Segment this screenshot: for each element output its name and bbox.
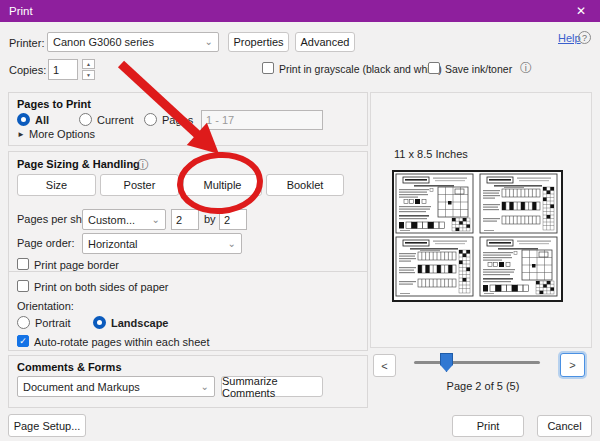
print-preview-thumbnail	[392, 170, 563, 302]
page-range-input[interactable]	[201, 110, 323, 130]
cancel-button[interactable]: Cancel	[537, 415, 592, 437]
pages-all-label: All	[35, 114, 49, 126]
section-divider	[9, 271, 367, 272]
page-order-value: Horizontal	[88, 238, 138, 250]
page-sizing-section: Page Sizing & Handling ⓘ Size Poster Mul…	[8, 151, 368, 351]
preview-size-label: 11 x 8.5 Inches	[394, 148, 468, 160]
next-page-button[interactable]: >	[560, 353, 585, 377]
auto-rotate-checkbox[interactable]: ✓	[17, 335, 29, 347]
landscape-radio[interactable]	[93, 316, 106, 329]
page-order-label: Page order:	[17, 237, 74, 249]
prev-page-button[interactable]: <	[373, 354, 396, 377]
page-border-checkbox[interactable]	[17, 258, 29, 270]
printer-label: Printer:	[9, 37, 44, 49]
portrait-radio[interactable]	[17, 316, 30, 329]
pages-range-label: Pages	[162, 114, 193, 126]
sizing-info-icon: ⓘ	[137, 157, 149, 174]
page-order-select[interactable]: Horizontal ⌄	[82, 233, 242, 254]
comments-forms-select[interactable]: Document and Markups ⌄	[17, 376, 215, 397]
pages-per-sheet-value: Custom...	[88, 214, 135, 226]
page-setup-button[interactable]: Page Setup...	[8, 414, 86, 437]
more-options-toggle[interactable]: More Options	[29, 128, 95, 140]
both-sides-checkbox[interactable]	[17, 280, 29, 292]
pages-all-radio[interactable]	[17, 113, 30, 126]
chevron-down-icon: ⌄	[152, 215, 160, 225]
size-button[interactable]: Size	[17, 174, 96, 196]
save-ink-label: Save ink/toner	[445, 63, 512, 75]
comments-forms-section: Comments & Forms Document and Markups ⌄ …	[8, 355, 368, 408]
by-label: by	[204, 213, 216, 225]
pages-per-sheet-select[interactable]: Custom... ⌄	[82, 209, 166, 230]
copies-input[interactable]	[48, 59, 78, 80]
comments-forms-title: Comments & Forms	[17, 361, 122, 373]
grayscale-label: Print in grayscale (black and white)	[279, 63, 442, 75]
properties-button[interactable]: Properties	[228, 32, 289, 52]
landscape-label: Landscape	[111, 317, 168, 329]
chevron-down-icon: ⌄	[201, 382, 209, 392]
help-icon[interactable]: ?	[578, 31, 591, 44]
printer-select[interactable]: Canon G3060 series ⌄	[47, 32, 219, 52]
save-ink-checkbox[interactable]	[428, 62, 440, 74]
print-dialog: Print ✕ Printer: Canon G3060 series ⌄ Pr…	[0, 0, 600, 441]
sheet-rows-input[interactable]	[219, 209, 247, 230]
auto-rotate-label: Auto-rotate pages within each sheet	[34, 336, 210, 348]
poster-button[interactable]: Poster	[100, 174, 179, 196]
page-slider-track[interactable]	[414, 361, 540, 364]
copies-spin-down-icon[interactable]: ▼	[82, 70, 95, 80]
page-border-label: Print page border	[34, 259, 119, 271]
page-indicator: Page 2 of 5 (5)	[410, 380, 556, 392]
printer-select-value: Canon G3060 series	[53, 36, 154, 48]
summarize-comments-button[interactable]: Summarize Comments	[221, 376, 323, 397]
copies-label: Copies:	[9, 64, 46, 76]
page-sizing-title: Page Sizing & Handling	[17, 158, 140, 170]
orientation-label: Orientation:	[17, 300, 74, 312]
close-icon[interactable]: ✕	[570, 0, 592, 22]
pages-to-print-title: Pages to Print	[17, 98, 91, 110]
page-slider-thumb[interactable]	[440, 353, 453, 372]
grayscale-checkbox[interactable]	[262, 62, 274, 74]
window-title: Print	[9, 5, 33, 17]
pages-current-label: Current	[97, 114, 134, 126]
preview-sheet-graphic	[394, 172, 561, 300]
pages-current-radio[interactable]	[79, 113, 92, 126]
multiple-button[interactable]: Multiple	[183, 174, 262, 196]
both-sides-label: Print on both sides of paper	[34, 281, 169, 293]
advanced-button[interactable]: Advanced	[295, 32, 355, 52]
comments-forms-value: Document and Markups	[23, 381, 140, 393]
more-options-triangle-icon: ►	[17, 130, 25, 139]
chevron-down-icon: ⌄	[228, 239, 236, 249]
chevron-down-icon: ⌄	[205, 37, 213, 47]
print-button[interactable]: Print	[452, 415, 524, 437]
sheet-cols-input[interactable]	[171, 209, 199, 230]
title-bar: Print ✕	[0, 0, 600, 22]
info-icon: ⓘ	[520, 60, 532, 77]
portrait-label: Portrait	[35, 317, 70, 329]
copies-spin-up-icon[interactable]: ▲	[82, 59, 95, 69]
booklet-button[interactable]: Booklet	[266, 174, 344, 196]
pages-to-print-section: Pages to Print All Current Pages ► More …	[8, 92, 368, 146]
pages-range-radio[interactable]	[144, 113, 157, 126]
